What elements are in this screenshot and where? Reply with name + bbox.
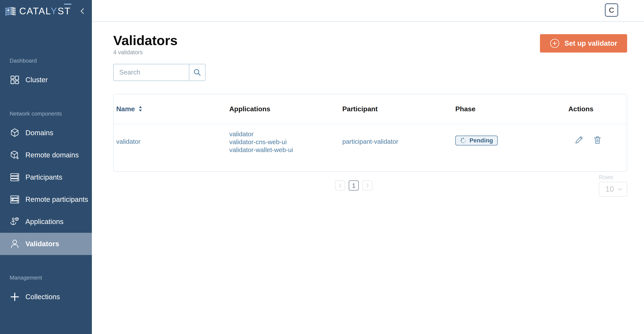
- sidebar-item-participants[interactable]: Participants: [0, 166, 92, 188]
- topbar: C: [92, 0, 644, 22]
- sort-arrows-icon: [138, 106, 142, 112]
- page-title-block: Validators 4 validators: [113, 33, 178, 56]
- cell-name: validator: [114, 138, 227, 145]
- application-link[interactable]: validator-wallet-web-ui: [229, 146, 293, 153]
- search-icon: [193, 68, 201, 76]
- plus-icon: [10, 292, 20, 302]
- section-label-dashboard: Dashboard: [10, 58, 92, 64]
- rows-per-page-select[interactable]: 10: [599, 182, 627, 197]
- next-page-button[interactable]: [362, 180, 372, 191]
- user-avatar[interactable]: C: [605, 3, 618, 17]
- plus-circle-icon: [550, 38, 560, 48]
- sidebar-item-label: Collections: [26, 293, 60, 301]
- set-up-validator-label: Set up validator: [564, 39, 617, 47]
- person-icon: [10, 239, 20, 249]
- sidebar: CATALYST Dashboard Cluster Network compo…: [0, 0, 92, 334]
- sidebar-item-cluster[interactable]: Cluster: [0, 69, 92, 91]
- rows-per-page-value: 10: [605, 185, 614, 194]
- sidebar-collapse-button[interactable]: [79, 8, 86, 14]
- column-header-actions: Actions: [566, 105, 627, 113]
- edit-button[interactable]: [574, 135, 584, 145]
- search-input[interactable]: [114, 64, 189, 80]
- pagination-row: 1 Rows 10: [113, 172, 627, 210]
- status-badge: Pending: [455, 136, 498, 145]
- prev-page-button[interactable]: [335, 180, 345, 191]
- column-header-phase: Phase: [453, 105, 566, 113]
- table-row: validator validator validator-cns-web-ui…: [114, 124, 627, 171]
- sidebar-item-label: Remote participants: [26, 195, 88, 204]
- application-link[interactable]: validator-cns-web-ui: [229, 138, 286, 145]
- cell-phase: Pending: [453, 130, 566, 145]
- page-title: Validators: [113, 33, 178, 47]
- sidebar-item-applications[interactable]: Applications: [0, 211, 92, 233]
- sidebar-item-label: Domains: [26, 129, 53, 137]
- participant-link[interactable]: participant-validator: [342, 138, 398, 145]
- avatar-letter: C: [609, 6, 614, 14]
- main-area: C Validators 4 validators Set up validat…: [92, 0, 644, 334]
- sidebar-item-label: Remote domains: [26, 151, 79, 159]
- cell-participant: participant-validator: [340, 138, 453, 145]
- column-header-applications: Applications: [227, 105, 340, 113]
- delete-button[interactable]: [593, 135, 602, 145]
- cell-applications: validator validator-cns-web-ui validator…: [227, 130, 340, 154]
- set-up-validator-button[interactable]: Set up validator: [540, 34, 627, 52]
- status-badge-label: Pending: [470, 137, 493, 144]
- sidebar-item-label: Cluster: [26, 76, 48, 84]
- section-label-network-components: Network components: [10, 111, 92, 117]
- column-header-participant: Participant: [340, 105, 453, 113]
- sidebar-item-label: Applications: [26, 218, 64, 226]
- search-box: [113, 64, 206, 81]
- application-link[interactable]: validator: [229, 130, 254, 138]
- rows-per-page: Rows 10: [599, 174, 627, 197]
- column-header-name[interactable]: Name: [114, 105, 227, 113]
- table-header-row: Name Applications Participant Phase Acti…: [114, 94, 627, 124]
- brand-name: CATALYST: [19, 6, 71, 16]
- pencil-icon: [574, 135, 584, 145]
- sidebar-item-label: Validators: [26, 240, 59, 248]
- dashboard-grid-icon: [10, 75, 20, 85]
- search-button[interactable]: [189, 64, 205, 80]
- trash-icon: [593, 135, 602, 145]
- sidebar-item-label: Participants: [26, 173, 62, 181]
- chevron-left-icon: [338, 183, 342, 188]
- page-number-button[interactable]: 1: [349, 180, 359, 191]
- sidebar-item-remote-participants[interactable]: Remote participants: [0, 188, 92, 211]
- cube-plus-icon: [10, 150, 20, 160]
- server-stack-plus-icon: [10, 195, 20, 204]
- sidebar-item-remote-domains[interactable]: Remote domains: [0, 144, 92, 166]
- sidebar-nav: Dashboard Cluster Network components: [0, 58, 92, 308]
- chevron-left-icon: [79, 8, 86, 14]
- catalyst-cube-icon: [5, 6, 16, 16]
- section-label-management: Management: [10, 275, 92, 281]
- sidebar-item-domains[interactable]: Domains: [0, 122, 92, 144]
- page-content: Validators 4 validators Set up validator: [92, 22, 644, 210]
- anchor-cube-icon: [10, 217, 20, 227]
- cube-icon: [10, 128, 20, 138]
- pager: 1: [335, 180, 372, 191]
- rows-label: Rows: [599, 174, 627, 181]
- chevron-right-icon: [365, 183, 370, 188]
- cell-actions: [566, 135, 627, 145]
- validators-table: Name Applications Participant Phase Acti…: [113, 94, 627, 172]
- sidebar-item-validators[interactable]: Validators: [0, 233, 92, 255]
- chevron-down-icon: [617, 187, 622, 192]
- validator-name-link[interactable]: validator: [116, 138, 140, 145]
- sidebar-item-collections[interactable]: Collections: [0, 286, 92, 308]
- server-stack-icon: [10, 172, 20, 182]
- brand-logo: CATALYST: [0, 0, 92, 22]
- page-subtitle: 4 validators: [113, 49, 178, 56]
- spinner-icon: [460, 137, 466, 144]
